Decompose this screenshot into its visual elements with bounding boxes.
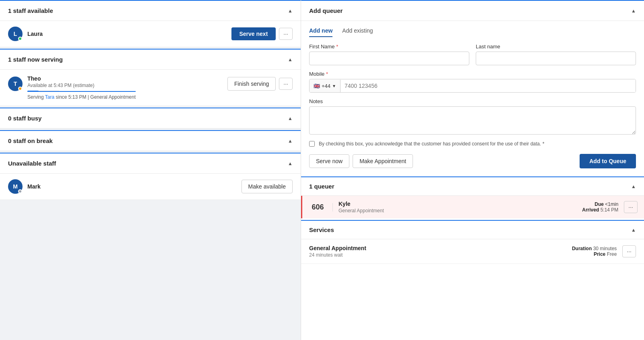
chevron-up-icon-queue: ▲ bbox=[631, 184, 636, 189]
services-list: General Appointment 24 minutes wait Dura… bbox=[301, 239, 644, 264]
consent-checkbox[interactable] bbox=[309, 141, 315, 147]
chevron-up-icon-unavailable: ▲ bbox=[288, 161, 293, 166]
phone-prefix[interactable]: 🇬🇧 +44 ▼ bbox=[310, 80, 341, 92]
section-body-staff-available: L Laura Serve next ··· bbox=[0, 21, 301, 47]
chevron-up-icon-available: ▲ bbox=[288, 8, 293, 14]
last-name-input[interactable] bbox=[476, 52, 636, 65]
staff-row-laura: L Laura Serve next ··· bbox=[0, 21, 301, 47]
section-header-staff-break[interactable]: 0 staff on break ▲ bbox=[0, 131, 301, 151]
make-available-button-mark[interactable]: Make available bbox=[242, 180, 293, 193]
section-body-staff-unavailable: M Mark Make available bbox=[0, 174, 301, 200]
staff-actions-laura: Serve next ··· bbox=[231, 27, 293, 40]
serve-next-button-laura[interactable]: Serve next bbox=[231, 27, 276, 40]
notes-input[interactable] bbox=[309, 106, 636, 135]
queue-service-kyle: General Appointment bbox=[339, 208, 582, 214]
add-queuer-section: Add queuer ▲ Add new Add existing First … bbox=[301, 0, 644, 175]
section-title-staff-available: 1 staff available bbox=[8, 7, 53, 14]
section-header-staff-available[interactable]: 1 staff available ▲ bbox=[0, 1, 301, 21]
staff-row-mark: M Mark Make available bbox=[0, 174, 301, 200]
staff-name-laura: Laura bbox=[27, 31, 231, 37]
service-duration-general: Duration 30 minutes bbox=[572, 246, 617, 251]
serving-row-bottom-theo: Serving Tara since 5:13 PM | General App… bbox=[8, 93, 293, 100]
section-title-staff-serving: 1 staff now serving bbox=[8, 56, 63, 63]
service-name-general: General Appointment bbox=[309, 245, 572, 251]
section-body-staff-serving: T Theo Available at 5:43 PM (estimate) F… bbox=[0, 70, 301, 106]
serving-link-tara[interactable]: Tara bbox=[45, 94, 54, 100]
form-row-name: First Name * Last name bbox=[309, 44, 636, 65]
service-meta-general: Duration 30 minutes Price Free bbox=[572, 246, 617, 257]
service-price-general: Price Free bbox=[572, 251, 617, 257]
form-group-mobile: Mobile * 🇬🇧 +44 ▼ bbox=[309, 71, 636, 93]
last-name-label: Last name bbox=[476, 44, 636, 50]
service-more-options-general[interactable]: ··· bbox=[622, 245, 636, 257]
add-queuer-header: Add queuer ▲ bbox=[301, 1, 644, 21]
queue-more-options-kyle[interactable]: ··· bbox=[624, 201, 638, 213]
service-row-general: General Appointment 24 minutes wait Dura… bbox=[301, 239, 644, 264]
form-actions-left: Serve now Make Appointment bbox=[309, 154, 413, 168]
form-actions: Serve now Make Appointment Add to Queue bbox=[309, 154, 636, 168]
section-header-staff-busy[interactable]: 0 staff busy ▲ bbox=[0, 108, 301, 129]
consent-text: By checking this box, you acknowledge th… bbox=[319, 140, 544, 147]
finish-serving-button-theo[interactable]: Finish serving bbox=[227, 77, 276, 91]
tab-add-new[interactable]: Add new bbox=[309, 27, 332, 37]
add-queuer-body: Add new Add existing First Name * Last n… bbox=[301, 21, 644, 175]
queue-list: 606 Kyle General Appointment Due <1min A… bbox=[301, 196, 644, 218]
staff-info-laura: Laura bbox=[27, 31, 231, 37]
section-header-staff-unavailable[interactable]: Unavailable staff ▲ bbox=[0, 153, 301, 174]
phone-input[interactable] bbox=[341, 79, 636, 92]
add-queuer-title: Add queuer bbox=[309, 7, 343, 14]
staff-actions-mark: Make available bbox=[242, 180, 293, 193]
services-title: Services bbox=[309, 226, 334, 233]
queue-title: 1 queuer bbox=[309, 183, 334, 190]
form-group-last-name: Last name bbox=[476, 44, 636, 65]
queue-due-kyle: Due <1min bbox=[582, 201, 618, 207]
first-name-required: * bbox=[336, 44, 338, 50]
first-name-label: First Name * bbox=[309, 44, 469, 50]
section-title-staff-break: 0 staff on break bbox=[8, 137, 53, 144]
first-name-input[interactable] bbox=[309, 52, 469, 65]
section-staff-serving: 1 staff now serving ▲ T Theo Available a… bbox=[0, 49, 301, 106]
right-panel: Add queuer ▲ Add new Add existing First … bbox=[301, 0, 644, 340]
avatar-theo: T bbox=[8, 77, 23, 91]
staff-row-theo: T Theo Available at 5:43 PM (estimate) F… bbox=[0, 70, 301, 106]
status-dot-mark bbox=[18, 189, 22, 193]
tab-add-existing[interactable]: Add existing bbox=[342, 27, 373, 37]
service-wait-general: 24 minutes wait bbox=[309, 252, 572, 258]
more-options-button-theo[interactable]: ··· bbox=[279, 78, 293, 90]
uk-flag-icon: 🇬🇧 bbox=[314, 83, 320, 89]
more-options-button-laura[interactable]: ··· bbox=[279, 28, 293, 40]
form-group-notes: Notes bbox=[309, 98, 636, 135]
queue-number-kyle: 606 bbox=[309, 203, 333, 211]
chevron-up-icon-add-queuer: ▲ bbox=[631, 8, 636, 14]
avatar-laura: L bbox=[8, 27, 23, 41]
chevron-up-icon-services: ▲ bbox=[631, 227, 636, 233]
section-staff-busy: 0 staff busy ▲ bbox=[0, 108, 301, 129]
queue-info-kyle: Kyle General Appointment bbox=[339, 201, 582, 214]
chevron-up-icon-break: ▲ bbox=[288, 138, 293, 144]
queue-timing-kyle: Due <1min Arrived 5:14 PM bbox=[582, 201, 618, 213]
queue-arrived-kyle: Arrived 5:14 PM bbox=[582, 207, 618, 213]
staff-detail-theo: Available at 5:43 PM (estimate) bbox=[27, 83, 227, 88]
phone-row: 🇬🇧 +44 ▼ bbox=[309, 79, 636, 93]
queue-name-kyle: Kyle bbox=[339, 201, 582, 207]
chevron-down-icon-phone: ▼ bbox=[332, 84, 336, 88]
staff-info-mark: Mark bbox=[27, 183, 242, 190]
serving-row-top-theo: T Theo Available at 5:43 PM (estimate) F… bbox=[8, 75, 293, 92]
staff-info-theo: Theo Available at 5:43 PM (estimate) bbox=[27, 75, 227, 92]
section-title-staff-unavailable: Unavailable staff bbox=[8, 160, 56, 167]
staff-actions-theo: Finish serving ··· bbox=[227, 77, 293, 91]
section-header-staff-serving[interactable]: 1 staff now serving ▲ bbox=[0, 50, 301, 70]
services-header: Services ▲ bbox=[301, 221, 644, 239]
form-group-first-name: First Name * bbox=[309, 44, 469, 65]
services-section: Services ▲ General Appointment 24 minute… bbox=[301, 220, 644, 264]
chevron-up-icon-busy: ▲ bbox=[288, 116, 293, 121]
serve-now-button[interactable]: Serve now bbox=[309, 154, 349, 168]
section-staff-available: 1 staff available ▲ L Laura Serve next ·… bbox=[0, 0, 301, 47]
add-to-queue-button[interactable]: Add to Queue bbox=[580, 154, 636, 168]
section-staff-unavailable: Unavailable staff ▲ M Mark Make availabl… bbox=[0, 153, 301, 200]
consent-row: By checking this box, you acknowledge th… bbox=[309, 140, 636, 147]
section-staff-break: 0 staff on break ▲ bbox=[0, 130, 301, 151]
make-appointment-button[interactable]: Make Appointment bbox=[353, 154, 413, 168]
service-info-general: General Appointment 24 minutes wait bbox=[309, 245, 572, 258]
queue-item-kyle: 606 Kyle General Appointment Due <1min A… bbox=[301, 196, 644, 218]
